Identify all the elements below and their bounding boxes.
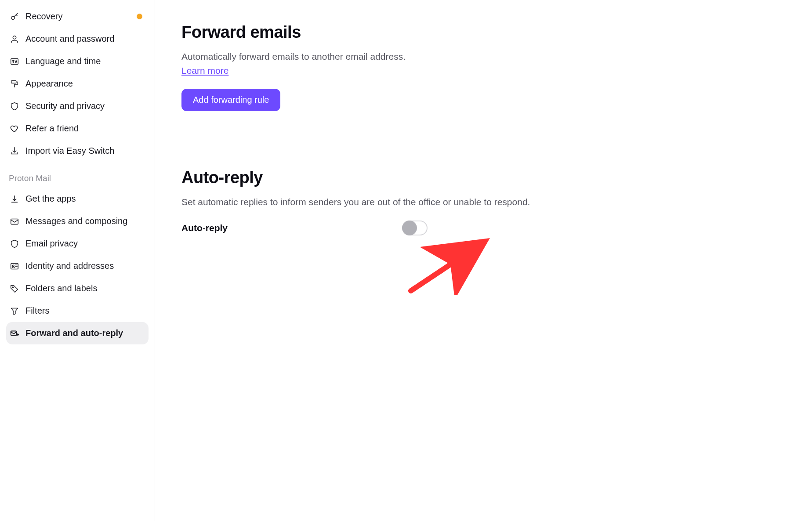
forward-emails-section: Forward emails Automatically forward ema… xyxy=(181,23,709,111)
auto-reply-toggle-label: Auto-reply xyxy=(181,223,228,233)
sidebar-item-label: Security and privacy xyxy=(25,101,105,111)
sidebar-item-label: Account and password xyxy=(25,34,114,44)
tag-icon xyxy=(10,284,19,293)
sidebar-item-import-easy-switch[interactable]: Import via Easy Switch xyxy=(6,140,149,162)
sidebar-item-security-privacy[interactable]: Security and privacy xyxy=(6,95,149,117)
svg-rect-3 xyxy=(11,80,16,83)
sidebar-item-recovery[interactable]: Recovery xyxy=(6,5,149,28)
shield-icon xyxy=(10,239,19,249)
svg-line-9 xyxy=(411,247,477,291)
sidebar-item-folders-labels[interactable]: Folders and labels xyxy=(6,277,149,300)
toggle-knob xyxy=(402,221,417,235)
shield-icon xyxy=(10,101,19,111)
annotation-arrow xyxy=(406,238,490,295)
sidebar-item-label: Identity and addresses xyxy=(25,261,114,271)
sidebar-item-label: Messages and composing xyxy=(25,216,127,226)
sidebar-item-account-password[interactable]: Account and password xyxy=(6,28,149,50)
sidebar-item-label: Refer a friend xyxy=(25,123,79,134)
sidebar-item-label: Get the apps xyxy=(25,194,76,204)
svg-rect-4 xyxy=(11,219,18,224)
sidebar-item-label: Email privacy xyxy=(25,239,78,249)
sidebar-item-label: Appearance xyxy=(25,79,73,89)
sidebar-item-label: Forward and auto-reply xyxy=(25,328,123,338)
key-icon xyxy=(10,12,19,22)
sidebar-item-label: Folders and labels xyxy=(25,283,97,293)
forward-section-description: Automatically forward emails to another … xyxy=(181,50,709,77)
paint-roller-icon xyxy=(10,79,19,89)
autoreply-section-description: Set automatic replies to inform senders … xyxy=(181,195,709,209)
auto-reply-toggle[interactable] xyxy=(402,221,428,235)
add-forwarding-rule-button[interactable]: Add forwarding rule xyxy=(181,89,280,111)
svg-point-1 xyxy=(13,36,16,39)
settings-sidebar: Recovery Account and password Language a… xyxy=(0,0,155,521)
svg-rect-2 xyxy=(11,58,18,64)
sidebar-item-language-time[interactable]: Language and time xyxy=(6,50,149,72)
sidebar-item-messages-composing[interactable]: Messages and composing xyxy=(6,210,149,232)
forward-learn-more-link[interactable]: Learn more xyxy=(181,65,228,76)
sidebar-item-label: Filters xyxy=(25,306,49,316)
sidebar-item-label: Import via Easy Switch xyxy=(25,146,114,156)
sidebar-item-label: Recovery xyxy=(25,11,62,22)
notification-dot xyxy=(137,14,142,19)
envelope-icon xyxy=(10,217,19,226)
user-icon xyxy=(10,34,19,44)
filter-icon xyxy=(10,306,19,316)
svg-point-6 xyxy=(12,265,14,267)
autoreply-section-title: Auto-reply xyxy=(181,168,709,187)
download-icon xyxy=(10,194,19,204)
sidebar-item-filters[interactable]: Filters xyxy=(6,300,149,322)
sidebar-item-refer-friend[interactable]: Refer a friend xyxy=(6,117,149,140)
sidebar-item-identity-addresses[interactable]: Identity and addresses xyxy=(6,255,149,277)
svg-point-7 xyxy=(12,287,13,288)
import-icon xyxy=(10,146,19,156)
forward-section-title: Forward emails xyxy=(181,23,709,42)
svg-rect-5 xyxy=(11,263,18,269)
svg-rect-8 xyxy=(11,331,17,335)
id-card-icon xyxy=(10,261,19,271)
sidebar-item-email-privacy[interactable]: Email privacy xyxy=(6,232,149,255)
sidebar-item-forward-autoreply[interactable]: Forward and auto-reply xyxy=(6,322,149,344)
sidebar-protonmail-group: Get the apps Messages and composing Emai… xyxy=(6,188,149,344)
sidebar-item-appearance[interactable]: Appearance xyxy=(6,72,149,95)
heart-icon xyxy=(10,124,19,134)
mail-forward-icon xyxy=(10,329,19,338)
auto-reply-toggle-row: Auto-reply xyxy=(181,221,428,235)
sidebar-account-group: Recovery Account and password Language a… xyxy=(6,5,149,162)
language-icon xyxy=(10,57,19,66)
sidebar-item-label: Language and time xyxy=(25,56,101,66)
sidebar-item-get-apps[interactable]: Get the apps xyxy=(6,188,149,210)
sidebar-group-label-protonmail: Proton Mail xyxy=(6,168,149,188)
auto-reply-section: Auto-reply Set automatic replies to info… xyxy=(181,168,709,235)
settings-main: Forward emails Automatically forward ema… xyxy=(155,0,812,521)
